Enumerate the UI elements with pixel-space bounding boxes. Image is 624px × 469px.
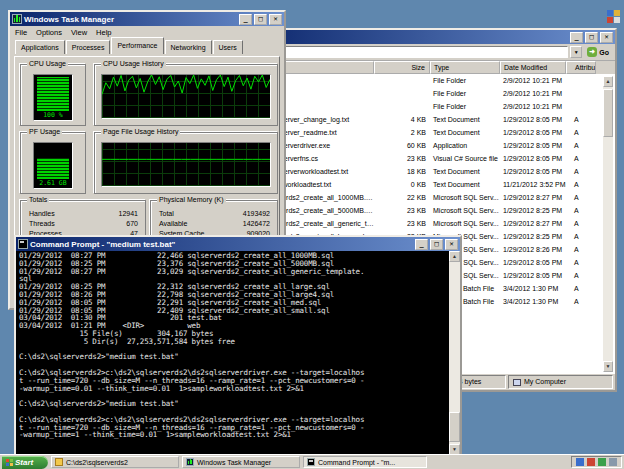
minimize-button[interactable]: _ [570,32,583,43]
file-attributes: A [566,113,596,126]
command-prompt-icon [18,239,28,249]
tab-users[interactable]: Users [213,40,243,54]
address-dropdown-button[interactable]: ▼ [570,46,582,58]
column-header-type[interactable]: Type [430,61,500,74]
stat-label: Available [159,219,187,229]
taskbar-button-command-prompt[interactable]: Command Prompt - "m... [303,456,427,468]
start-button[interactable]: Start [2,456,48,469]
pf-history-label: Page File Usage History [101,128,180,136]
terminal-scrollbar[interactable]: ▲ ▼ [449,251,460,455]
file-row[interactable]: ds2sqlserverfns.cs23 KBVisual C# Source … [242,152,615,165]
file-row[interactable]: sqlserverds2_create_all_5000MB.sql23 KBM… [242,204,615,217]
go-button[interactable]: ➜ Go [584,46,612,59]
file-row[interactable]: File Folder2/9/2012 10:21 PM [242,100,615,113]
explorer-titlebar[interactable]: _ □ ✕ [242,30,615,44]
windows-flag-icon [6,459,13,466]
go-arrow-icon: ➜ [587,47,597,57]
icon-pixel [607,10,613,16]
file-attributes: A [566,230,596,243]
cpu-history-label: CPU Usage History [101,60,166,68]
maximize-button[interactable]: □ [585,32,598,43]
file-type: File Folder [430,87,500,100]
explorer-vertical-scrollbar[interactable]: ▲ ▼ [602,76,613,372]
pf-usage-value: 2.61 GB [34,179,72,188]
file-size: 0 KB [374,178,430,191]
scroll-down-button[interactable]: ▼ [603,361,613,372]
file-attributes: A [566,178,596,191]
file-date-modified: 3/4/2012 1:30 PM [500,295,566,308]
file-date-modified: 1/29/2012 8:27 PM [500,191,566,204]
minimize-button[interactable]: _ [239,14,252,25]
maximize-button[interactable]: □ [430,239,443,250]
tray-icon-4[interactable] [609,458,617,466]
minimize-button[interactable]: _ [415,239,428,250]
menu-file[interactable]: File [15,28,27,37]
taskbar-button-explorer[interactable]: C:\ds2\sqlserverds2 [51,456,179,468]
file-type: Microsoft SQL Serv... [430,191,500,204]
taskbar: Start C:\ds2\sqlserverds2 Windows Task M… [0,454,624,469]
maximize-button[interactable]: □ [254,14,267,25]
scrollbar-thumb[interactable] [449,412,460,442]
file-attributes: A [566,269,596,282]
close-button[interactable]: ✕ [600,32,613,43]
terminal-text: 01/29/2012 08:27 PM 22,466 sqlserverds2_… [19,252,446,439]
column-header-date-modified[interactable]: Date Modified [500,61,566,74]
menu-help[interactable]: Help [96,28,111,37]
file-size: 60 KB [374,139,430,152]
file-type: Visual C# Source file [430,152,500,165]
file-attributes: A [566,295,596,308]
file-size: 2 KB [374,126,430,139]
file-row[interactable]: ds2sqlserverworkloadtest.txt18 KBText Do… [242,165,615,178]
file-row[interactable]: ds2sqlserver_change_log.txt4 KBText Docu… [242,113,615,126]
scrollbar-thumb[interactable] [603,89,613,137]
close-button[interactable]: ✕ [269,14,282,25]
file-row[interactable]: File Folder2/9/2012 10:21 PM [242,87,615,100]
tab-networking[interactable]: Networking [165,40,212,54]
stat-row: Total4193492 [157,209,272,219]
taskbar-button-label: C:\ds2\sqlserverds2 [66,459,128,466]
file-date-modified: 1/29/2012 8:05 PM [500,269,566,282]
icon-pixel [607,17,613,23]
task-manager-titlebar[interactable]: Windows Task Manager _ □ ✕ [10,12,284,26]
file-attributes: A [566,217,596,230]
task-manager-title: Windows Task Manager [24,15,237,24]
task-manager-icon [186,458,194,466]
tab-performance[interactable]: Performance [111,37,163,54]
command-prompt-titlebar[interactable]: Command Prompt - "medium test.bat" _ □ ✕ [16,237,460,251]
close-button[interactable]: ✕ [445,239,458,250]
file-row[interactable]: sqlserverds2_create_all_1000MB.sql22 KBM… [242,191,615,204]
cpu-history-group: CPU Usage History [94,64,278,126]
tray-icon-3[interactable] [598,458,606,466]
tray-icon-2[interactable] [587,458,595,466]
folder-icon [55,458,63,466]
file-attributes: A [566,152,596,165]
desktop-shortcut-icon[interactable] [607,10,621,24]
menu-options[interactable]: Options [36,28,62,37]
file-row[interactable]: sqlserverds2_create_all_generic_template… [242,217,615,230]
file-size: 22 KB [374,191,430,204]
file-size [374,100,430,113]
tab-processes[interactable]: Processes [66,40,111,54]
scroll-up-button[interactable]: ▲ [449,251,460,262]
file-date-modified: 1/29/2012 8:26 PM [500,243,566,256]
file-attributes: A [566,282,596,295]
column-header-size[interactable]: Size [374,61,430,74]
stat-row: Threads670 [27,219,140,229]
file-type: Text Document [430,113,500,126]
file-attributes [566,100,596,113]
menu-view[interactable]: View [71,28,87,37]
tab-applications[interactable]: Applications [15,40,65,54]
file-row[interactable]: File Folder2/9/2012 10:21 PM [242,74,615,87]
file-row[interactable]: ds2sqlserverdriver.exe60 KBApplication1/… [242,139,615,152]
task-manager-icon [12,14,22,24]
pf-usage-meter: 2.61 GB [33,142,73,189]
address-input[interactable] [245,46,568,58]
scroll-up-button[interactable]: ▲ [603,76,613,87]
tray-icon-1[interactable] [576,458,584,466]
file-row[interactable]: sampleworkloadtest.txt0 KBText Document1… [242,178,615,191]
terminal-output-area[interactable]: 01/29/2012 08:27 PM 22,466 sqlserverds2_… [16,251,460,455]
column-header-attributes[interactable]: Attributes [566,61,596,74]
file-row[interactable]: ds2sqlserver_readme.txt2 KBText Document… [242,126,615,139]
file-attributes: A [566,243,596,256]
taskbar-button-task-manager[interactable]: Windows Task Manager [182,456,300,468]
